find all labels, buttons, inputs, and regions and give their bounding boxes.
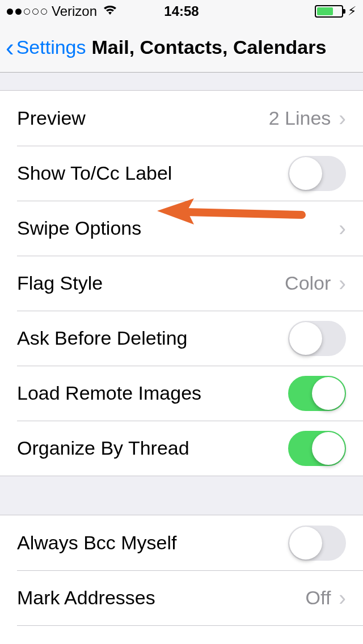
row-label: Preview	[17, 107, 269, 129]
status-right: ⚡︎	[315, 4, 356, 19]
row-swipe-options[interactable]: Swipe Options ›	[0, 201, 363, 256]
status-left: Verizon	[7, 3, 119, 19]
charging-icon: ⚡︎	[348, 4, 356, 19]
section-gap	[0, 73, 363, 91]
row-label: Always Bcc Myself	[17, 532, 288, 554]
row-label: Flag Style	[17, 272, 285, 294]
row-value: On	[305, 642, 331, 644]
battery-icon	[315, 5, 343, 18]
settings-list-compose: Always Bcc Myself Mark Addresses Off › I…	[0, 515, 363, 644]
back-button[interactable]: Settings	[16, 36, 86, 58]
toggle-show-tocc[interactable]	[288, 156, 346, 191]
chevron-right-icon: ›	[339, 218, 346, 239]
row-increase-quote-level[interactable]: Increase Quote Level On ›	[0, 625, 363, 644]
row-organize-by-thread: Organize By Thread	[0, 421, 363, 476]
clock: 14:58	[164, 3, 199, 19]
chevron-right-icon: ›	[339, 273, 346, 294]
row-mark-addresses[interactable]: Mark Addresses Off ›	[0, 570, 363, 625]
row-value: 2 Lines	[269, 107, 331, 129]
row-label: Show To/Cc Label	[17, 162, 288, 184]
signal-strength-icon	[7, 9, 47, 15]
page-title: Mail, Contacts, Calendars	[92, 36, 327, 58]
toggle-organize-by-thread[interactable]	[288, 431, 346, 466]
row-label: Increase Quote Level	[17, 642, 305, 644]
row-show-tocc: Show To/Cc Label	[0, 146, 363, 201]
carrier-label: Verizon	[52, 3, 97, 19]
status-bar: Verizon 14:58 ⚡︎	[0, 0, 363, 23]
row-value: Off	[306, 587, 331, 609]
row-value: Color	[285, 272, 331, 294]
toggle-load-remote-images[interactable]	[288, 376, 346, 411]
chevron-right-icon: ›	[339, 108, 346, 129]
row-label: Organize By Thread	[17, 437, 288, 459]
row-label: Ask Before Deleting	[17, 327, 288, 349]
row-load-remote-images: Load Remote Images	[0, 366, 363, 421]
settings-list-mail: Preview 2 Lines › Show To/Cc Label Swipe…	[0, 91, 363, 476]
row-label: Swipe Options	[17, 217, 339, 239]
row-preview[interactable]: Preview 2 Lines ›	[0, 91, 363, 146]
back-chevron-icon[interactable]: ‹	[6, 35, 16, 60]
row-ask-before-deleting: Ask Before Deleting	[0, 311, 363, 366]
wifi-icon	[102, 3, 119, 19]
row-flag-style[interactable]: Flag Style Color ›	[0, 256, 363, 311]
toggle-ask-before-deleting[interactable]	[288, 321, 346, 356]
chevron-right-icon: ›	[339, 587, 346, 609]
row-label: Mark Addresses	[17, 587, 306, 609]
chevron-right-icon: ›	[339, 642, 346, 645]
nav-bar: ‹ Settings Mail, Contacts, Calendars	[0, 23, 363, 73]
section-gap	[0, 476, 363, 515]
row-always-bcc: Always Bcc Myself	[0, 515, 363, 570]
toggle-always-bcc[interactable]	[288, 526, 346, 561]
row-label: Load Remote Images	[17, 382, 288, 404]
